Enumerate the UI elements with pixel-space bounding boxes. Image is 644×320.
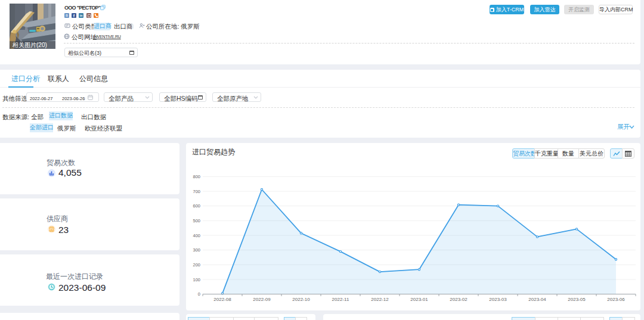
svg-text:2023-05: 2023-05 xyxy=(568,297,586,302)
svg-text:2022-08: 2022-08 xyxy=(213,297,231,302)
svg-text:0: 0 xyxy=(198,291,200,297)
svg-text:500: 500 xyxy=(193,218,200,223)
svg-text:100: 100 xyxy=(193,277,200,282)
svg-text:2022-09: 2022-09 xyxy=(253,297,271,302)
svg-text:700: 700 xyxy=(193,189,200,194)
svg-text:600: 600 xyxy=(193,203,200,209)
svg-text:800: 800 xyxy=(193,174,200,179)
svg-text:2023-03: 2023-03 xyxy=(489,297,507,302)
svg-text:400: 400 xyxy=(193,233,200,238)
svg-text:2023-02: 2023-02 xyxy=(450,297,467,302)
svg-text:2023-01: 2023-01 xyxy=(410,297,428,302)
svg-text:2023-06: 2023-06 xyxy=(607,297,625,302)
svg-text:相关图片(20): 相关图片(20) xyxy=(12,42,47,48)
svg-text:200: 200 xyxy=(193,262,200,268)
svg-text:300: 300 xyxy=(193,247,200,253)
svg-text:2022-12: 2022-12 xyxy=(371,297,389,302)
svg-text:2022-11: 2022-11 xyxy=(332,297,349,302)
svg-text:2022-10: 2022-10 xyxy=(292,297,310,302)
svg-text:2023-04: 2023-04 xyxy=(528,297,546,302)
